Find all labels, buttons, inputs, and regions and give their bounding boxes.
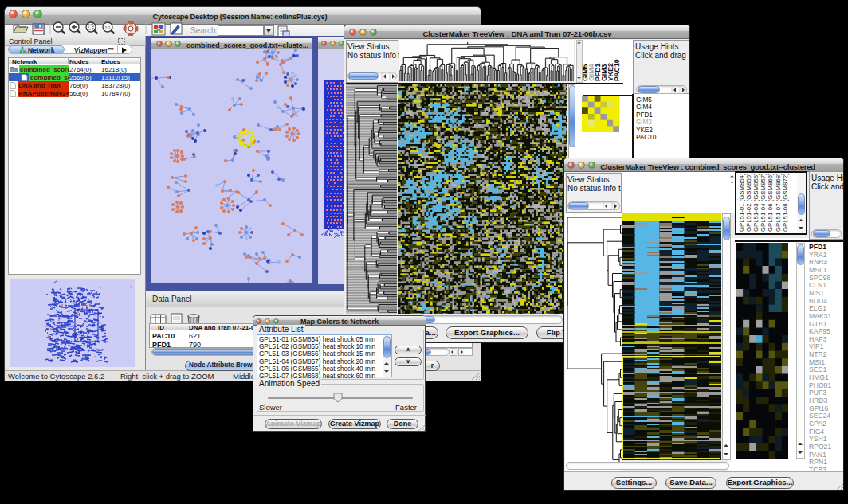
svg-text:1:1: 1:1 (105, 25, 111, 30)
